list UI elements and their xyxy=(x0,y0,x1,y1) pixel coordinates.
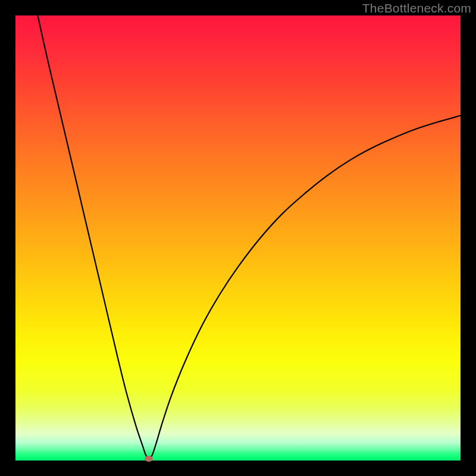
plot-area xyxy=(15,15,461,461)
optimal-point-marker xyxy=(145,456,153,462)
bottleneck-curve xyxy=(15,15,461,461)
chart-frame: TheBottleneck.com xyxy=(0,0,476,476)
watermark-text: TheBottleneck.com xyxy=(362,1,471,15)
